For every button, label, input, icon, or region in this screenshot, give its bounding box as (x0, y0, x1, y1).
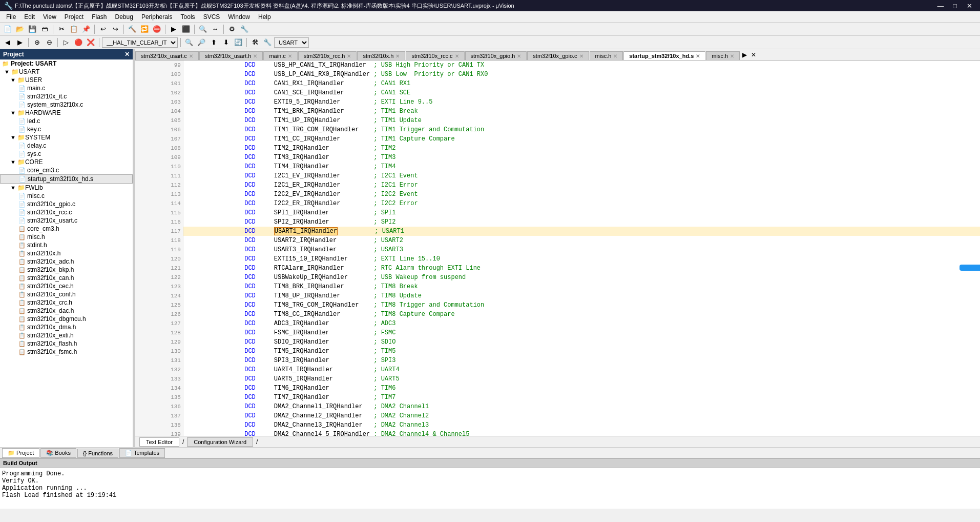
tree-core-cm3-c[interactable]: 📄 core_cm3.c (0, 166, 133, 174)
code-line[interactable]: DCD SPI2_IRQHandler ; SPI2 (183, 217, 980, 227)
redo-button[interactable]: ↪ (110, 24, 121, 35)
code-line[interactable]: DCD TIM3_IRQHandler ; TIM3 (183, 153, 980, 162)
code-line[interactable]: DCD TIM8_UP_IRQHandler ; TIM8 Update (183, 291, 980, 300)
code-line[interactable]: DCD TIM7_IRQHandler ; TIM7 (183, 393, 980, 402)
tab-close-icon[interactable]: ✕ (395, 53, 400, 59)
tree-led-c[interactable]: 📄 led.c (0, 117, 133, 125)
code-line[interactable]: DCD DMA2_Channel1_IRQHandler ; DMA2 Chan… (183, 402, 980, 411)
code-editor[interactable]: 99 DCD USB_HP_CAN1_TX_IRQHandler ; USB H… (135, 61, 980, 436)
tree-delay-c[interactable]: 📄 delay.c (0, 142, 133, 150)
tree-gpio-c[interactable]: 📄 stm32f10x_gpio.c (0, 200, 133, 208)
debug-button[interactable]: ▶ (168, 24, 179, 35)
code-line[interactable]: DCD SPI1_IRQHandler ; SPI1 (183, 208, 980, 217)
tree-hardware-folder[interactable]: ▼📁 HARDWARE (0, 109, 133, 117)
insert-button[interactable]: ⊕ (31, 37, 43, 48)
bottom-tab-project[interactable]: 📁 Project (2, 448, 39, 458)
code-line[interactable]: DCD TIM6_IRQHandler ; TIM6 (183, 384, 980, 393)
tree-bkp-h[interactable]: 📋 stm32f10x_bkp.h (0, 266, 133, 274)
remove-button[interactable]: ⊖ (44, 37, 55, 48)
save-button[interactable]: 💾 (27, 24, 38, 35)
tree-key-c[interactable]: 📄 key.c (0, 125, 133, 133)
paste-button[interactable]: 📌 (80, 24, 92, 35)
settings-button[interactable]: 🔧 (239, 24, 250, 35)
code-line[interactable]: DCD TIM5_IRQHandler ; TIM5 (183, 347, 980, 356)
find-button[interactable]: 🔍 (197, 24, 208, 35)
code-line[interactable]: DCD DMA2_Channel2_IRQHandler ; DMA2 Chan… (183, 411, 980, 420)
code-line[interactable]: DCD CAN1_SCE_IRQHandler ; CAN1 SCE (183, 88, 980, 97)
minimize-button[interactable]: — (934, 1, 947, 11)
tab-close-icon[interactable]: ✕ (455, 53, 459, 59)
tree-misc-c[interactable]: 📄 misc.c (0, 192, 133, 200)
tree-conf-h[interactable]: 📋 stm32f10x_conf.h (0, 290, 133, 298)
code-line[interactable]: DCD USBWakeUp_IRQHandler ; USB Wakeup fr… (183, 273, 980, 282)
next-button[interactable]: ⬇ (220, 37, 232, 48)
panel-close-icon[interactable]: ✕ (124, 51, 130, 58)
menu-help[interactable]: Help (254, 12, 275, 22)
tab-misc-h-1[interactable]: misc.h ✕ (590, 51, 623, 60)
code-line[interactable]: DCD DMA2_Channel4_5_IRQHandler ; DMA2 Ch… (183, 430, 980, 436)
bottom-tab-templates[interactable]: 📄 Templates (119, 448, 165, 458)
tree-adc-h[interactable]: 📋 stm32f10x_adc.h (0, 257, 133, 266)
menu-debug[interactable]: Debug (111, 12, 137, 22)
tab-close-all[interactable]: ✕ (749, 51, 758, 58)
tab-stm32usart-h[interactable]: stm32f10x_usart.h ✕ (199, 51, 263, 60)
tab-stm32-h[interactable]: stm32f10x.h ✕ (357, 51, 405, 60)
tab-startup-s[interactable]: startup_stm32f10x_hd.s ✕ (623, 51, 705, 60)
tree-system-c[interactable]: 📄 system_stm32f10x.c (0, 101, 133, 109)
cut-button[interactable]: ✂ (56, 24, 67, 35)
menu-tools[interactable]: Tools (177, 12, 199, 22)
code-line[interactable]: DCD RTCAlarm_IRQHandler ; RTC Alarm thro… (183, 264, 980, 273)
tree-stdint-h[interactable]: 📋 stdint.h (0, 241, 133, 249)
menu-edit[interactable]: Edit (20, 12, 39, 22)
code-line[interactable]: DCD TIM1_TRG_COM_IRQHandler ; TIM1 Trigg… (183, 125, 980, 134)
wrench-btn[interactable]: 🔧 (262, 37, 273, 48)
code-line[interactable]: DCD SDIO_IRQHandler ; SDIO (183, 337, 980, 347)
tool-btn[interactable]: 🛠 (249, 37, 261, 48)
code-line[interactable]: DCD TIM1_BRK_IRQHandler ; TIM1 Break (183, 107, 980, 116)
tab-close-icon[interactable]: ✕ (253, 53, 257, 59)
code-line[interactable]: DCD TIM2_IRQHandler ; TIM2 (183, 144, 980, 153)
tree-exti-h[interactable]: 📋 stm32f10x_exti.h (0, 331, 133, 339)
tree-fwlib-folder[interactable]: ▼📁 FWLib (0, 184, 133, 192)
code-line[interactable]: DCD TIM4_IRQHandler ; TIM4 (183, 162, 980, 171)
tree-system-folder[interactable]: ▼📁 SYSTEM (0, 133, 133, 142)
code-line[interactable]: DCD EXTI15_10_IRQHandler ; EXTI Line 15.… (183, 254, 980, 264)
tree-flash-h[interactable]: 📋 stm32f10x_flash.h (0, 339, 133, 348)
tree-main-c[interactable]: 📄 main.c (0, 84, 133, 92)
code-line[interactable]: DCD I2C2_EV_IRQHandler ; I2C2 Event (183, 190, 980, 199)
tree-stm32f10x-h[interactable]: 📋 stm32f10x.h (0, 249, 133, 257)
tab-close-icon[interactable]: ✕ (730, 53, 734, 59)
menu-peripherals[interactable]: Peripherals (137, 12, 177, 22)
tree-sys-c[interactable]: 📄 sys.c (0, 150, 133, 158)
tab-stm32usart-c[interactable]: stm32f10x_usart.c ✕ (135, 51, 199, 60)
menu-flash[interactable]: Flash (88, 12, 111, 22)
menu-project[interactable]: Project (60, 12, 88, 22)
tree-can-h[interactable]: 📋 stm32f10x_can.h (0, 274, 133, 282)
tree-misc-h[interactable]: 📋 misc.h (0, 233, 133, 241)
back-button[interactable]: ◀ (2, 37, 13, 48)
tree-startup-s[interactable]: 📄 startup_stm32f10x_hd.s (0, 174, 133, 184)
tree-cec-h[interactable]: 📋 stm32f10x_cec.h (0, 282, 133, 290)
code-line[interactable]: DCD FSMC_IRQHandler ; FSMC (183, 328, 980, 337)
tree-stm32f10x-it-c[interactable]: 📄 stm32f10x_it.c (0, 92, 133, 101)
code-line[interactable]: DCD TIM1_UP_IRQHandler ; TIM1 Update (183, 116, 980, 125)
copy-button[interactable]: 📋 (68, 24, 79, 35)
zoom-in-button[interactable]: 🔍 (183, 37, 195, 48)
manage-button[interactable]: ⚙ (226, 24, 238, 35)
tree-usart-folder[interactable]: ▼ 📁 USART (0, 68, 133, 76)
step-over-button[interactable]: ⬛ (180, 24, 192, 35)
new-file-button[interactable]: 📄 (2, 24, 13, 35)
open-file-button[interactable]: 📂 (14, 24, 26, 35)
tree-rcc-c[interactable]: 📄 stm32f10x_rcc.c (0, 208, 133, 216)
code-line[interactable]: DCD I2C2_ER_IRQHandler ; I2C2 Error (183, 199, 980, 208)
run-button[interactable]: ▷ (60, 37, 72, 48)
tree-dma-h[interactable]: 📋 stm32f10x_dma.h (0, 323, 133, 331)
code-line[interactable]: DCD USART3_IRQHandler ; USART3 (183, 245, 980, 254)
tab-gpio-c[interactable]: stm32f10x_gpio.c ✕ (527, 51, 589, 60)
tab-close-icon[interactable]: ✕ (613, 53, 617, 59)
tab-close-icon[interactable]: ✕ (288, 53, 292, 59)
code-line[interactable]: DCD TIM1_CC_IRQHandler ; TIM1 Capture Co… (183, 134, 980, 144)
bottom-tab-functions[interactable]: {} Functions (77, 449, 118, 458)
bottom-tab-books[interactable]: 📚 Books (40, 448, 76, 458)
tree-dbgmcu-h[interactable]: 📋 stm32f10x_dbgmcu.h (0, 315, 133, 323)
